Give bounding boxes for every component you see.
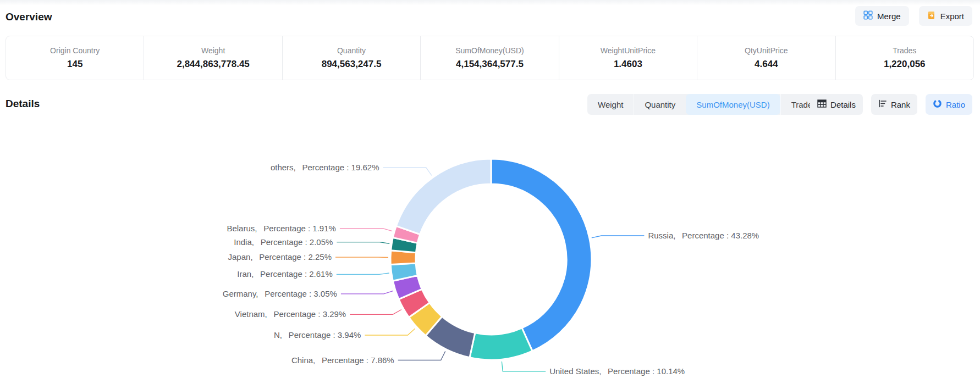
stat-origin-country: Origin Country 145	[6, 36, 144, 80]
tab-quantity[interactable]: Quantity	[634, 94, 686, 115]
export-document-icon	[927, 11, 936, 21]
stat-label: SumOfMoney(USD)	[455, 46, 524, 55]
donut-icon	[933, 99, 942, 110]
table-icon	[817, 99, 827, 109]
pie-label-japan: Japan, Percentage : 2.25%	[228, 252, 332, 262]
pie-label-others: others, Percentage : 19.62%	[271, 163, 379, 172]
stat-value: 1,220,056	[884, 59, 926, 70]
stat-value: 1.4603	[614, 59, 642, 70]
pie-label-n: N, Percentage : 3.94%	[274, 330, 361, 340]
overview-stats-card: Origin Country 145 Weight 2,844,863,778.…	[5, 36, 974, 80]
pie-label-india: India, Percentage : 2.05%	[234, 237, 333, 247]
label-leader-line-united-states	[502, 362, 546, 371]
pie-label-iran: Iran, Percentage : 2.61%	[237, 269, 332, 279]
pie-label-germany: Germany, Percentage : 3.05%	[223, 289, 337, 298]
label-leader-line-russia	[592, 236, 645, 238]
stat-sum-of-money: SumOfMoney(USD) 4,154,364,577.5	[421, 36, 559, 80]
label-leader-line-belarus	[340, 229, 392, 231]
tab-label: Ratio	[946, 100, 965, 109]
pie-label-belarus: Belarus, Percentage : 1.91%	[227, 224, 335, 233]
merge-button[interactable]: Merge	[855, 6, 909, 26]
stat-label: Origin Country	[50, 46, 100, 55]
stat-value: 4.644	[755, 59, 778, 70]
pie-slice-united-states[interactable]	[470, 328, 532, 360]
stat-value: 2,844,863,778.45	[177, 59, 249, 70]
tab-sum-of-money[interactable]: SumOfMoney(USD)	[686, 94, 780, 115]
stat-qty-unit-price: QtyUnitPrice 4.644	[697, 36, 835, 80]
page-title: Overview	[5, 11, 52, 23]
stat-weight: Weight 2,844,863,778.45	[144, 36, 282, 80]
stat-label: QtyUnitPrice	[745, 46, 788, 55]
label-leader-line-germany	[341, 291, 393, 294]
toolbar: Merge Export	[855, 6, 972, 26]
pie-slice-russia[interactable]	[491, 159, 592, 351]
pie-label-vietnam: Vietnam, Percentage : 3.29%	[235, 309, 346, 319]
view-tab-group: Details Rank Ratio	[810, 94, 972, 115]
label-leader-line-china	[398, 351, 445, 360]
label-leader-line-n	[365, 329, 415, 335]
label-leader-line-india	[337, 242, 389, 244]
stat-label: Quantity	[337, 46, 366, 55]
stat-weight-unit-price: WeightUnitPrice 1.4603	[559, 36, 697, 80]
pie-slice-others[interactable]	[396, 159, 491, 235]
pie-label-china: China, Percentage : 7.86%	[291, 355, 394, 365]
label-leader-line-vietnam	[350, 310, 401, 315]
stat-value: 894,563,247.5	[322, 59, 382, 70]
tab-rank-view[interactable]: Rank	[871, 94, 917, 115]
export-button[interactable]: Export	[919, 6, 972, 26]
top-gradient-strip	[0, 0, 980, 5]
stat-label: Weight	[201, 46, 225, 55]
tab-ratio-view[interactable]: Ratio	[926, 94, 972, 115]
label-leader-line-iran	[337, 273, 389, 274]
tab-label: Rank	[891, 100, 910, 109]
tab-label: Details	[830, 100, 856, 109]
stat-label: WeightUnitPrice	[601, 46, 656, 55]
tab-weight[interactable]: Weight	[587, 94, 634, 115]
stat-value: 4,154,364,577.5	[456, 59, 524, 70]
label-leader-line-others	[383, 168, 432, 176]
pie-label-united-states: United States, Percentage : 10.14%	[549, 366, 685, 376]
measure-tab-group: Weight Quantity SumOfMoney(USD) Trades	[587, 94, 827, 115]
stat-value: 145	[67, 59, 82, 70]
details-section-title: Details	[5, 98, 40, 110]
merge-button-label: Merge	[877, 12, 901, 21]
rank-bars-icon	[878, 99, 887, 109]
merge-grid-icon	[863, 10, 873, 21]
pie-label-russia: Russia, Percentage : 43.28%	[648, 231, 759, 240]
stat-trades: Trades 1,220,056	[836, 36, 973, 80]
export-button-label: Export	[940, 12, 964, 21]
stat-label: Trades	[893, 46, 916, 55]
stat-quantity: Quantity 894,563,247.5	[283, 36, 421, 80]
tab-details-view[interactable]: Details	[810, 94, 863, 115]
